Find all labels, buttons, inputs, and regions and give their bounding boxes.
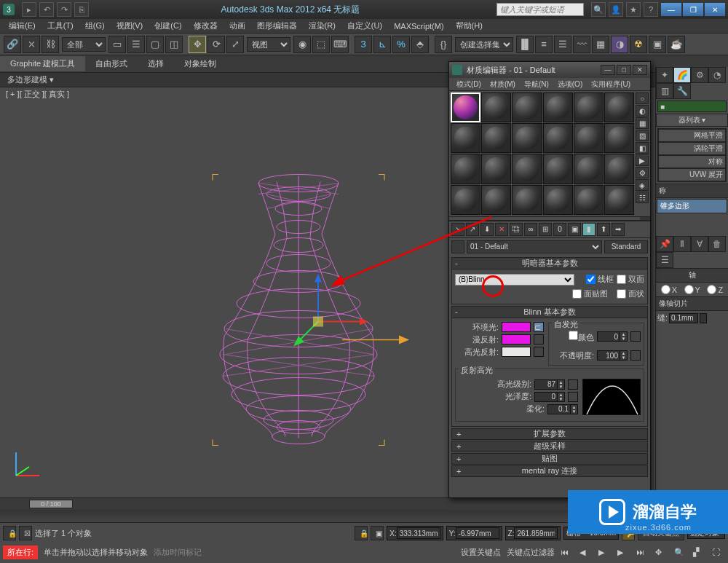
link-icon[interactable]: 🔗 bbox=[4, 36, 21, 53]
shader-select[interactable]: (B)Blinn bbox=[455, 274, 574, 286]
menu-tools[interactable]: 工具(T) bbox=[41, 19, 79, 33]
render-frame-icon[interactable]: ▣ bbox=[649, 36, 666, 53]
soften-spinner[interactable] bbox=[547, 404, 571, 414]
tb-save-icon[interactable]: ↶ bbox=[39, 2, 54, 17]
make-preview-icon[interactable]: ▶ bbox=[636, 154, 649, 166]
render-setup-icon[interactable]: ☢ bbox=[630, 36, 647, 53]
specular-map-icon[interactable] bbox=[534, 347, 544, 357]
modlist-dropdown[interactable]: 器列表 ▾ bbox=[656, 114, 728, 127]
viewport-max-icon[interactable]: ⛶ bbox=[712, 548, 725, 556]
material-slot-4[interactable] bbox=[543, 92, 573, 122]
material-editor-icon[interactable]: ◑ bbox=[611, 36, 628, 53]
material-slot-11[interactable] bbox=[574, 123, 604, 153]
schematic-icon[interactable]: ▦ bbox=[592, 36, 609, 53]
mod-meshsmooth[interactable]: 网格平滑 bbox=[658, 129, 726, 142]
remove-mod-icon[interactable]: 🗑 bbox=[708, 236, 726, 252]
rectangle-select-icon[interactable]: ▢ bbox=[146, 36, 164, 53]
keyfilter-button[interactable]: 关键点过滤器 bbox=[507, 547, 555, 558]
me-menu-mode[interactable]: 模式(D) bbox=[452, 79, 486, 90]
pick-material-icon[interactable] bbox=[451, 240, 464, 253]
tb-undo-icon[interactable]: ↷ bbox=[57, 2, 71, 17]
menu-maxscript[interactable]: MAXScript(M) bbox=[388, 20, 449, 32]
time-slider-handle[interactable]: 0 / 100 bbox=[29, 500, 73, 508]
facemap-checkbox[interactable]: 面贴图 bbox=[572, 288, 608, 299]
video-check-icon[interactable]: ◧ bbox=[636, 142, 649, 154]
create-tab-icon[interactable]: ✦ bbox=[656, 67, 673, 83]
menu-views[interactable]: 视图(V) bbox=[111, 19, 149, 33]
menu-edit[interactable]: 编辑(E) bbox=[3, 19, 41, 33]
me-menu-nav[interactable]: 导航(N) bbox=[520, 79, 553, 90]
material-editor-close[interactable]: ✕ bbox=[633, 65, 647, 75]
material-slot-17[interactable] bbox=[574, 154, 604, 184]
me-menu-material[interactable]: 材质(M) bbox=[486, 79, 520, 90]
menu-animation[interactable]: 动画 bbox=[223, 19, 251, 33]
menu-customize[interactable]: 自定义(U) bbox=[341, 19, 388, 33]
refcoord-select[interactable]: 视图 bbox=[247, 37, 290, 52]
material-slot-2[interactable] bbox=[481, 92, 511, 122]
manip-icon[interactable]: ⬚ bbox=[312, 36, 330, 53]
layers-icon[interactable]: ☰ bbox=[554, 36, 571, 53]
tb-redo-icon[interactable]: ⎘ bbox=[74, 2, 89, 17]
signin-icon[interactable]: 👤 bbox=[609, 2, 623, 17]
menu-group[interactable]: 组(G) bbox=[79, 19, 111, 33]
put-to-library-icon[interactable]: ⊞ bbox=[539, 223, 552, 236]
reset-map-icon[interactable]: ✕ bbox=[495, 223, 508, 236]
sample-uv-icon[interactable]: ▨ bbox=[636, 130, 649, 141]
me-menu-options[interactable]: 选项(O) bbox=[553, 79, 587, 90]
material-slot-15[interactable] bbox=[512, 154, 542, 184]
selection-filter-select[interactable]: 全部 bbox=[62, 37, 106, 52]
object-name-field[interactable]: ■ bbox=[657, 101, 727, 112]
gloss-spinner[interactable] bbox=[534, 392, 558, 402]
material-editor-titlebar[interactable]: 材质编辑器 - 01 - Default — □ ✕ bbox=[449, 62, 650, 78]
bind-icon[interactable]: ⛓ bbox=[41, 36, 59, 53]
shader-params-header[interactable]: -明暗器基本参数 bbox=[452, 258, 647, 269]
ambient-swatch[interactable] bbox=[502, 322, 531, 332]
material-slot-21[interactable] bbox=[512, 185, 542, 215]
abs-rel-icon[interactable]: ▣ bbox=[371, 526, 384, 540]
diffuse-swatch[interactable] bbox=[502, 334, 531, 345]
material-name-select[interactable]: 01 - Default bbox=[467, 240, 602, 253]
faceted-checkbox[interactable]: 面状 bbox=[617, 288, 644, 299]
ribbon-selection[interactable]: 选择 bbox=[138, 56, 174, 71]
material-slot-24[interactable] bbox=[604, 185, 634, 215]
motion-tab-icon[interactable]: ◔ bbox=[708, 67, 726, 83]
material-slot-1[interactable] bbox=[451, 92, 480, 122]
selfillum-check[interactable]: 颜色 bbox=[569, 331, 594, 343]
display-tab-icon[interactable]: ▥ bbox=[656, 83, 673, 99]
help-icon[interactable]: 🔍 bbox=[591, 2, 606, 17]
setkey-button[interactable]: 设置关键点 bbox=[461, 547, 501, 558]
spinnersnap-icon[interactable]: ⬘ bbox=[411, 36, 429, 53]
gloss-map-icon[interactable] bbox=[568, 392, 578, 402]
coord-x[interactable] bbox=[397, 527, 440, 539]
scale-icon[interactable]: ⤢ bbox=[226, 36, 244, 53]
go-parent-icon[interactable]: ⬆ bbox=[597, 223, 610, 236]
viewport-zoom-icon[interactable]: 🔍 bbox=[674, 548, 687, 557]
menu-grapheditors[interactable]: 图形编辑器 bbox=[251, 19, 303, 33]
lock-transform-icon[interactable]: 🔒 bbox=[355, 526, 368, 540]
ribbon-freeform[interactable]: 自由形式 bbox=[85, 56, 138, 71]
play-end-icon[interactable]: ⏭ bbox=[636, 548, 649, 556]
diffuse-map-icon[interactable] bbox=[534, 334, 544, 345]
spinner-arrows-icon[interactable] bbox=[700, 313, 707, 323]
curve-editor-icon[interactable]: 〰 bbox=[573, 36, 590, 53]
isolate-icon[interactable]: ☒ bbox=[19, 526, 32, 540]
selfillum-spinner[interactable] bbox=[597, 331, 620, 342]
axis-z[interactable]: Z bbox=[707, 285, 723, 294]
render-icon[interactable]: ☕ bbox=[668, 36, 685, 53]
material-slot-16[interactable] bbox=[543, 154, 573, 184]
axis-x[interactable]: X bbox=[661, 285, 677, 294]
put-to-scene-icon[interactable]: ↗ bbox=[466, 223, 479, 236]
mod-symmetry[interactable]: 对称 bbox=[658, 155, 726, 168]
material-slot-18[interactable] bbox=[604, 154, 634, 184]
material-slot-5[interactable] bbox=[574, 92, 604, 122]
mod-uvwunwrap[interactable]: UVW 展开 bbox=[658, 168, 726, 181]
keyboard-icon[interactable]: ⌨ bbox=[331, 36, 349, 53]
config-icon[interactable]: ☰ bbox=[656, 252, 673, 268]
rotate-icon[interactable]: ⟳ bbox=[207, 36, 225, 53]
help2-icon[interactable]: ? bbox=[644, 2, 658, 17]
slot-scrollbar[interactable] bbox=[640, 217, 650, 220]
modify-tab-icon[interactable]: 🌈 bbox=[673, 67, 691, 83]
opacity-map-icon[interactable] bbox=[630, 350, 641, 361]
select-name-icon[interactable]: ☰ bbox=[127, 36, 145, 53]
viewport-pan-icon[interactable]: ✥ bbox=[655, 548, 668, 557]
